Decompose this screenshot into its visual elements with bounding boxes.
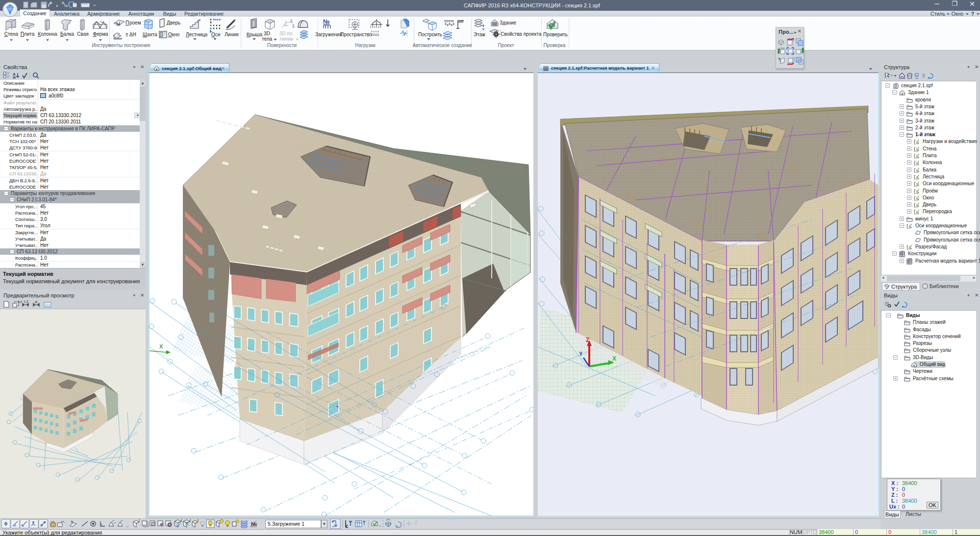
svg-text:Дверь: Дверь (167, 20, 180, 25)
svg-text:S: S (916, 196, 919, 201)
svg-text:тела: тела (262, 36, 273, 42)
svg-text:Этаж: Этаж (474, 32, 485, 37)
svg-text:S: S (916, 161, 919, 166)
svg-text:Оси: Оси (211, 32, 220, 37)
svg-text:S: S (916, 169, 919, 173)
svg-text:3D: 3D (264, 31, 270, 36)
svg-text:Проверить: Проверить (543, 32, 568, 37)
svg-text:Окно: Окно (168, 32, 180, 37)
svg-text:3D по: 3D по (279, 31, 293, 36)
svg-text:Свойства проекта: Свойства проекта (501, 31, 542, 37)
svg-text:линии: линии (279, 36, 293, 42)
svg-text:S: S (908, 245, 911, 250)
svg-text:S: S (908, 224, 911, 229)
svg-text:S: S (916, 154, 919, 159)
svg-text:XY: XY (18, 300, 23, 304)
svg-text:П: П (126, 20, 129, 25)
svg-text:роем: роем (129, 20, 141, 25)
svg-text:S: S (916, 190, 919, 195)
svg-text:№: № (323, 18, 329, 25)
svg-text:1: 1 (292, 24, 295, 28)
svg-text:Пространство: Пространство (340, 32, 372, 37)
svg-text:Шахта: Шахта (143, 32, 157, 37)
svg-text:Линия: Линия (225, 32, 239, 37)
svg-text:Лестница: Лестница (186, 32, 208, 37)
svg-text:± ΔН: ± ΔН (126, 32, 136, 37)
svg-text:1,2: 1,2 (24, 300, 28, 303)
svg-text:Я: Я (13, 75, 16, 79)
svg-text:Загружения: Загружения (315, 32, 342, 37)
svg-text:S: S (916, 140, 919, 145)
svg-text:А: А (35, 300, 38, 304)
svg-text:Здание: Здание (500, 20, 517, 25)
svg-text:S: S (916, 147, 919, 152)
svg-text:S: S (916, 175, 919, 180)
svg-text:Крыша: Крыша (247, 32, 263, 37)
svg-text:S: S (916, 210, 919, 215)
svg-text:S: S (916, 203, 919, 208)
svg-text:S: S (916, 182, 919, 187)
svg-text:1: 1 (290, 19, 293, 24)
svg-text:Построить: Построить (418, 32, 442, 37)
